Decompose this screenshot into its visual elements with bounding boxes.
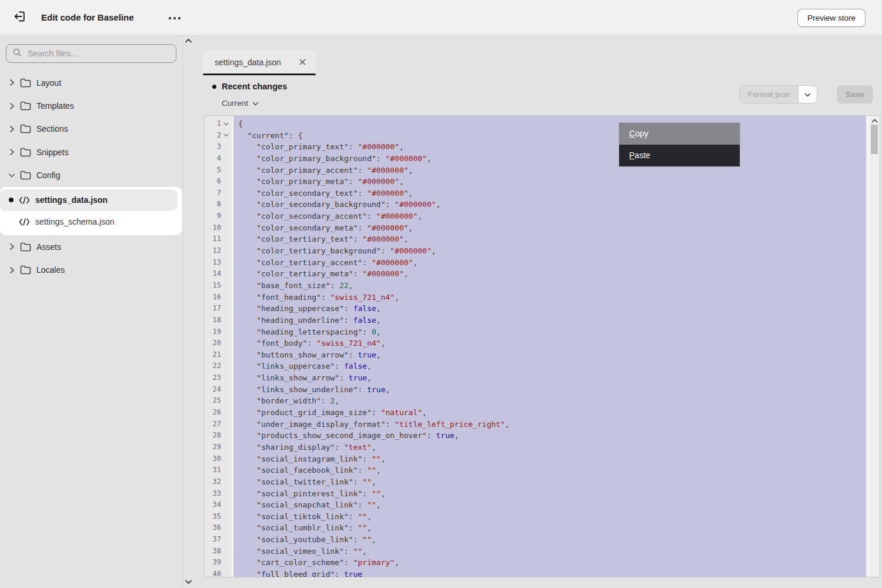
sidebar-item-settings-schema-json[interactable]: settings_schema.json (0, 211, 182, 233)
editor-vertical-scrollbar[interactable] (870, 116, 880, 577)
code-text: "cart_color_scheme": "primary", (232, 557, 870, 569)
code-text: "under_image_display_format": "title_lef… (232, 419, 870, 430)
fold-spacer (221, 453, 230, 465)
code-line[interactable]: 32 "social_twitter_link": "", (205, 476, 870, 488)
code-line[interactable]: 38 "social_vimeo_link": "", (205, 546, 870, 557)
line-number: 5 (205, 165, 221, 176)
code-line[interactable]: 31 "social_facebook_link": "", (205, 465, 870, 476)
exit-editor-button[interactable] (9, 8, 29, 28)
fold-spacer (221, 338, 230, 349)
code-line[interactable]: 35 "social_tiktok_link": "", (205, 511, 870, 523)
sidebar-item-config[interactable]: Config (0, 164, 182, 187)
code-line[interactable]: 24 "links_show_underline": true, (205, 384, 870, 396)
line-number: 3 (205, 141, 221, 153)
gutter-cell: 34 (205, 499, 232, 511)
code-text: { (232, 118, 870, 130)
code-text: "links_show_arrow": true, (232, 372, 870, 384)
context-menu-item-paste[interactable]: Paste (619, 145, 740, 166)
code-line[interactable]: 36 "social_tumblr_link": "", (205, 522, 870, 534)
status-label: Recent changes (222, 82, 287, 91)
code-line[interactable]: 25 "border_width": 2, (205, 395, 870, 407)
code-line[interactable]: 28 "products_show_second_image_on_hover"… (205, 430, 870, 442)
code-line[interactable]: 6 "color_primary_meta": "#000000", (205, 176, 870, 188)
ellipsis-icon (168, 13, 181, 22)
code-line[interactable]: 9 "color_secondary_accent": "#000000", (205, 211, 870, 222)
code-line[interactable]: 12 "color_tertiary_background": "#000000… (205, 245, 870, 257)
save-button[interactable]: Save (837, 85, 873, 103)
gutter-cell: 23 (205, 372, 232, 384)
code-line[interactable]: 2 "current": { (205, 130, 870, 142)
sidebar-scroll-up-arrow[interactable] (183, 36, 193, 45)
tab-settings-data-json[interactable]: settings_data.json (203, 50, 316, 74)
code-line[interactable]: 23 "links_show_arrow": true, (205, 372, 870, 384)
code-line[interactable]: 1{ (205, 118, 870, 130)
line-number: 25 (205, 395, 221, 407)
code-line[interactable]: 27 "under_image_display_format": "title_… (205, 419, 870, 430)
code-line[interactable]: 30 "social_instagram_link": "", (205, 453, 870, 465)
code-text: "color_secondary_meta": "#000000", (232, 222, 870, 234)
code-line[interactable]: 15 "base_font_size": 22, (205, 280, 870, 292)
code-line[interactable]: 40 "full_bleed_grid": true (205, 569, 870, 577)
sidebar-item-sections[interactable]: Sections (0, 118, 182, 141)
close-tab-icon[interactable] (297, 57, 308, 68)
sidebar-item-locales[interactable]: Locales (0, 258, 182, 281)
gutter-cell: 8 (205, 199, 232, 211)
code-line[interactable]: 16 "font_heading": "swiss_721_n4", (205, 292, 870, 303)
sidebar-item-snippets[interactable]: Snippets (0, 141, 182, 163)
code-line[interactable]: 22 "links_uppercase": false, (205, 360, 870, 372)
sidebar-item-label: Assets (36, 242, 61, 252)
sidebar-item-templates[interactable]: Templates (0, 94, 182, 117)
code-line[interactable]: 5 "color_primary_accent": "#000000", (205, 165, 870, 176)
scrollbar-up-arrow[interactable] (870, 117, 880, 125)
code-line[interactable]: 37 "social_youtube_link": "", (205, 534, 870, 546)
sidebar-item-settings-data-json[interactable]: settings_data.json (0, 189, 178, 211)
code-line[interactable]: 34 "social_snapchat_link": "", (205, 499, 870, 511)
context-menu-item-copy[interactable]: Copy (619, 123, 740, 145)
fold-spacer (221, 465, 230, 476)
code-line[interactable]: 29 "sharing_display": "text", (205, 442, 870, 453)
sidebar-item-layout[interactable]: Layout (0, 71, 182, 94)
code-text: "border_width": 2, (232, 395, 870, 407)
code-editor-panel[interactable]: 1{2 "current": {3 "color_primary_text": … (204, 115, 880, 577)
folder-icon (20, 265, 31, 275)
code-line[interactable]: 8 "color_secondary_background": "#000000… (205, 199, 870, 211)
code-text: "sharing_display": "text", (232, 442, 870, 453)
sidebar-scroll-down-arrow[interactable] (183, 577, 193, 587)
chevron-down-icon (252, 98, 259, 108)
sidebar-divider (182, 36, 183, 588)
gutter-cell: 27 (205, 419, 232, 430)
scrollbar-thumb[interactable] (871, 125, 878, 154)
code-line[interactable]: 4 "color_primary_background": "#000000", (205, 153, 870, 165)
code-line[interactable]: 18 "heading_underline": false, (205, 315, 870, 326)
gutter-cell: 20 (205, 338, 232, 349)
code-line[interactable]: 19 "heading_letterspacing": 0, (205, 326, 870, 338)
code-text: "color_tertiary_meta": "#000000", (232, 268, 870, 280)
code-line[interactable]: 3 "color_primary_text": "#000000", (205, 141, 870, 153)
code-line[interactable]: 13 "color_tertiary_accent": "#000000", (205, 257, 870, 269)
preview-store-button[interactable]: Preview store (797, 9, 866, 27)
fold-spacer (221, 176, 230, 188)
line-number: 11 (205, 233, 221, 245)
version-dropdown[interactable]: Current (222, 98, 259, 108)
code-line[interactable]: 21 "buttons_show_arrow": true, (205, 349, 870, 361)
fold-spacer (221, 315, 230, 326)
sidebar-item-assets[interactable]: Assets (0, 235, 182, 258)
fold-arrow-icon[interactable] (221, 130, 230, 142)
code-line[interactable]: 14 "color_tertiary_meta": "#000000", (205, 268, 870, 280)
format-json-dropdown-button[interactable] (798, 86, 817, 103)
code-line[interactable]: 11 "color_tertiary_text": "#000000", (205, 233, 870, 245)
code-text: "color_tertiary_background": "#000000", (232, 245, 870, 257)
format-json-button[interactable]: Format json (740, 86, 798, 103)
search-input[interactable] (26, 48, 164, 59)
code-line[interactable]: 20 "font_body": "swiss_721_n4", (205, 338, 870, 349)
code-line[interactable]: 7 "color_secondary_text": "#000000", (205, 188, 870, 199)
fold-arrow-icon[interactable] (221, 118, 230, 130)
file-search (6, 44, 176, 63)
code-line[interactable]: 33 "social_pinterest_link": "", (205, 488, 870, 500)
code-line[interactable]: 39 "cart_color_scheme": "primary", (205, 557, 870, 569)
more-options-button[interactable] (166, 10, 183, 25)
code-line[interactable]: 10 "color_secondary_meta": "#000000", (205, 222, 870, 234)
code-line[interactable]: 26 "product_grid_image_size": "natural", (205, 407, 870, 419)
code-line[interactable]: 17 "heading_uppercase": false, (205, 303, 870, 315)
gutter-cell: 22 (205, 360, 232, 372)
